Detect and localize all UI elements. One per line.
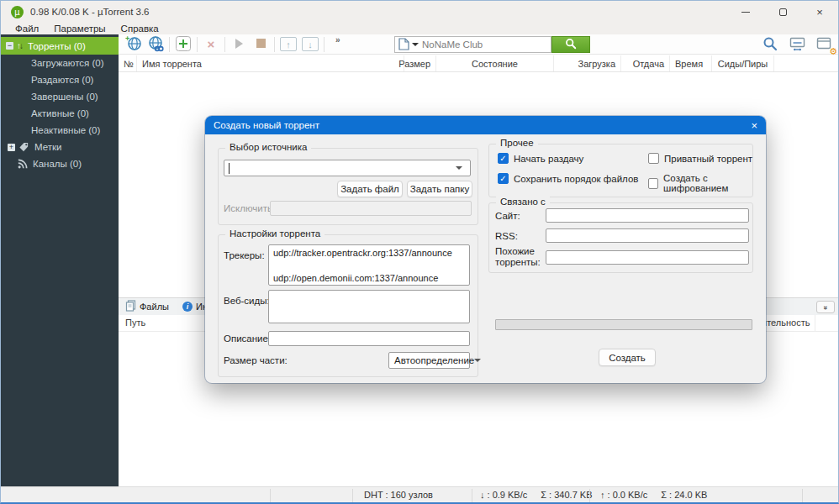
- globe-link-icon: [147, 35, 164, 54]
- combobox-chevron-icon: [456, 166, 462, 170]
- stop-icon: [256, 38, 266, 50]
- minimize-icon: [741, 12, 750, 13]
- checkbox-checked-icon: ✓: [498, 153, 509, 164]
- download-total: Σ : 340.7 KB: [541, 490, 592, 500]
- close-button[interactable]: ×: [801, 1, 838, 23]
- webseeds-textarea[interactable]: [268, 290, 470, 323]
- maximize-button[interactable]: [764, 1, 801, 23]
- play-icon: [233, 38, 245, 51]
- search-button[interactable]: [551, 36, 590, 53]
- tag-icon: [18, 142, 29, 153]
- column-header-status[interactable]: Состояние: [436, 55, 554, 71]
- create-button[interactable]: Создать: [599, 349, 656, 366]
- checkbox-unchecked-icon: [648, 178, 658, 189]
- sidebar-item-feeds[interactable]: Каналы (0): [1, 155, 119, 172]
- checkbox-private-torrent[interactable]: Приватный торрент: [648, 153, 752, 164]
- rss-input[interactable]: [546, 228, 749, 243]
- column-header-filler: [774, 55, 839, 71]
- dialog-close-button[interactable]: ×: [751, 120, 757, 131]
- column-header-number[interactable]: №: [119, 55, 137, 71]
- download-speed-status: ↓ : 0.9 KB/cΣ : 340.7 KB: [480, 490, 592, 500]
- source-combobox[interactable]: [224, 160, 471, 176]
- column-header-download[interactable]: Загрузка: [554, 55, 621, 71]
- sidebar-item-labels[interactable]: + Метки: [1, 139, 119, 155]
- sidebar-item-label: Метки: [34, 142, 61, 152]
- search-engine-dropdown-icon[interactable]: [412, 43, 419, 46]
- find-torrents-button[interactable]: [759, 35, 781, 54]
- sidebar-item-label: Каналы (0): [33, 159, 82, 169]
- sidebar-item-label: Неактивные (0): [31, 125, 100, 135]
- similar-torrents-input[interactable]: [546, 250, 749, 265]
- search-box: [394, 36, 590, 53]
- sidebar-item-seeding[interactable]: Раздаются (0): [1, 71, 119, 88]
- start-button[interactable]: [228, 35, 250, 54]
- menu-item-file[interactable]: Файл: [8, 24, 46, 34]
- sidebar-item-label: Активные (0): [31, 108, 89, 118]
- source-group-label: Выбор источника: [225, 142, 311, 152]
- column-separator: [815, 315, 815, 332]
- set-folder-button[interactable]: Задать папку: [407, 181, 472, 197]
- settings-group-label: Настройки торрента: [225, 228, 325, 239]
- sidebar-item-downloading[interactable]: Загружаются (0): [1, 55, 119, 71]
- toolbar-right-icons: ⚙: [759, 35, 835, 54]
- sidebar-item-inactive[interactable]: Неактивные (0): [1, 122, 119, 139]
- minimize-button[interactable]: [727, 1, 764, 23]
- stop-button[interactable]: [250, 35, 272, 54]
- column-header-duration[interactable]: ительность: [762, 318, 810, 328]
- up-arrow-icon: ↑: [280, 37, 297, 51]
- select-chevron-icon: [474, 359, 481, 362]
- status-bar: DHT : 160 узлов ↓ : 0.9 KB/cΣ : 340.7 KB…: [1, 486, 838, 503]
- preferences-button[interactable]: ⚙: [813, 35, 835, 54]
- checkbox-create-encrypted[interactable]: Создать с шифрованием: [648, 173, 766, 193]
- window-titlebar: µ 0.98 K/0.08 K - µTorrent 3.6 ×: [1, 1, 838, 23]
- remove-torrent-button[interactable]: ×: [200, 35, 222, 54]
- menu-bar: Файл Параметры Справка: [1, 23, 838, 34]
- expand-expander-icon[interactable]: +: [8, 144, 15, 151]
- sidebar-item-completed[interactable]: Завершены (0): [1, 88, 119, 105]
- site-input[interactable]: [546, 208, 749, 223]
- similar-torrents-label: Похожие торренты:: [495, 246, 544, 268]
- sidebar-item-label: Раздаются (0): [31, 75, 93, 85]
- sidebar: − ↑↓ Торренты (0) Загружаются (0) Раздаю…: [1, 34, 119, 486]
- remote-access-button[interactable]: [786, 35, 808, 54]
- move-down-button[interactable]: ↓: [299, 35, 321, 54]
- checkbox-preserve-file-order[interactable]: ✓ Сохранить порядок файлов: [498, 173, 638, 184]
- dialog-titlebar: Создать новый торрент ×: [205, 116, 766, 134]
- collapse-expander-icon[interactable]: −: [6, 42, 13, 50]
- collapse-panel-button[interactable]: »: [816, 301, 835, 313]
- column-header-upload[interactable]: Отдача: [621, 55, 670, 71]
- checkbox-unchecked-icon: [648, 153, 659, 164]
- column-header-size[interactable]: Размер: [404, 55, 436, 71]
- globe-plus-icon: +: [125, 35, 142, 54]
- add-torrent-url-button[interactable]: +: [123, 35, 145, 54]
- piece-size-label: Размер части:: [224, 355, 288, 365]
- add-torrent-link-button[interactable]: [145, 35, 166, 54]
- toolbar-overflow-button[interactable]: »: [335, 35, 340, 45]
- column-header-time[interactable]: Время: [670, 55, 712, 71]
- piece-size-select[interactable]: Автоопределение: [388, 352, 470, 369]
- create-torrent-button[interactable]: [172, 35, 194, 54]
- dht-status: DHT : 160 узлов: [364, 490, 433, 500]
- trackers-textarea[interactable]: udp://tracker.opentrackr.org:1337/announ…: [268, 244, 470, 286]
- exclude-label: Исключить:: [224, 203, 275, 213]
- plus-icon: [175, 35, 192, 54]
- column-header-path[interactable]: Путь: [125, 318, 145, 328]
- download-speed: ↓ : 0.9 KB/c: [480, 490, 527, 500]
- sidebar-item-torrents[interactable]: − ↑↓ Торренты (0): [1, 37, 119, 55]
- sidebar-item-active[interactable]: Активные (0): [1, 105, 119, 122]
- upload-speed-status: ↑ : 0.0 KB/cΣ : 24.0 KB: [600, 490, 707, 500]
- search-field[interactable]: [394, 36, 551, 53]
- set-file-button[interactable]: Задать файл: [337, 181, 403, 197]
- move-up-button[interactable]: ↑: [277, 35, 299, 54]
- svg-text:+: +: [125, 35, 129, 43]
- tab-files[interactable]: Файлы: [125, 300, 169, 313]
- menu-item-help[interactable]: Справка: [113, 24, 166, 34]
- files-icon: [125, 300, 136, 313]
- column-header-seeds-peers[interactable]: Сиды/Пиры: [712, 55, 774, 71]
- search-input[interactable]: [422, 39, 523, 50]
- status-separator: [352, 489, 353, 502]
- menu-item-options[interactable]: Параметры: [46, 24, 113, 34]
- checkbox-start-seeding[interactable]: ✓ Начать раздачу: [498, 153, 583, 164]
- description-input[interactable]: [268, 331, 470, 346]
- column-header-name[interactable]: Имя торрента: [137, 55, 404, 71]
